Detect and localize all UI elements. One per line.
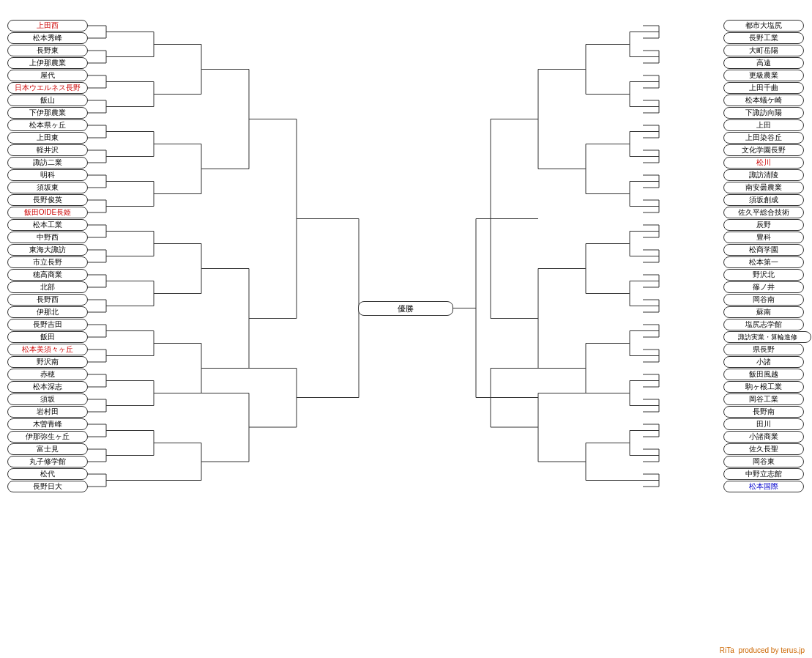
team-slot-r: 松川 [723, 157, 804, 169]
team-slot: 赤穂 [7, 369, 88, 380]
credit-rita: RiTa [720, 646, 734, 654]
team-slot-r: 松本第一 [723, 256, 804, 268]
credit: RiTa produced by terus.jp [720, 646, 805, 654]
team-slot-r: 長野南 [723, 406, 804, 418]
team-slot: 長野東 [7, 45, 88, 56]
team-slot: 市立長野 [7, 256, 88, 268]
team-slot: 中野西 [7, 232, 88, 243]
team-slot-r: 松本国際 [723, 481, 804, 492]
team-slot-r: 長野工業 [723, 32, 804, 44]
team-slot-r: 塩尻志学館 [723, 319, 804, 330]
team-slot: 飯田OIDE長姫 [7, 207, 88, 218]
team-slot: 上田東 [7, 132, 88, 144]
team-slot: 諏訪二業 [7, 157, 88, 169]
bracket-container: 上田西 松本秀峰 長野東 上伊那農業 屋代 日本ウエルネス長野 飯山 下伊那農業… [0, 0, 812, 658]
team-slot: 松本県ヶ丘 [7, 119, 88, 131]
team-slot-r: 佐久長聖 [723, 443, 804, 455]
team-slot-r: 県長野 [723, 344, 804, 355]
team-slot: 伊那弥生ヶ丘 [7, 431, 88, 443]
team-slot-r: 大町岳陽 [723, 45, 804, 56]
team-slot-r: 南安曇農業 [723, 182, 804, 193]
team-slot: 飯山 [7, 95, 88, 106]
credit-terus: produced by terus.jp [738, 646, 805, 654]
team-slot: 屋代 [7, 70, 88, 81]
team-slot: 松代 [7, 468, 88, 480]
team-slot-r: 小諸 [723, 356, 804, 368]
team-slot-r: 更級農業 [723, 70, 804, 81]
team-slot-r: 田川 [723, 418, 804, 430]
team-slot: 松本深志 [7, 381, 88, 393]
team-slot: 長野日大 [7, 481, 88, 492]
winner-slot: 優勝 [358, 301, 453, 316]
team-slot-r: 高遠 [723, 57, 804, 69]
team-slot-r: 豊科 [723, 232, 804, 243]
team-slot-r: 上田千曲 [723, 82, 804, 94]
team-slot-r: 飯田風越 [723, 369, 804, 380]
team-slot: 上伊那農業 [7, 57, 88, 69]
team-slot: 木曽青峰 [7, 418, 88, 430]
team-slot: 軽井沢 [7, 144, 88, 156]
team-slot-r: 佐久平総合技術 [723, 207, 804, 218]
team-slot-r: 諏訪実業・算輪進修 [723, 331, 811, 343]
team-slot: 野沢南 [7, 356, 88, 368]
team-slot-r: 松本蟻ケ崎 [723, 95, 804, 106]
team-slot: 松本工業 [7, 219, 88, 231]
team-slot-r: 篠ノ井 [723, 281, 804, 293]
team-slot-r: 松商学園 [723, 244, 804, 256]
team-slot-r: 駒ヶ根工業 [723, 381, 804, 393]
team-slot-r: 諏訪清陵 [723, 169, 804, 181]
team-slot: 須坂東 [7, 182, 88, 193]
team-slot: 飯田 [7, 331, 88, 343]
team-slot-r: 下諏訪向陽 [723, 107, 804, 119]
team-slot: 松本秀峰 [7, 32, 88, 44]
team-slot-r: 蘇南 [723, 306, 804, 318]
team-slot: 長野吉田 [7, 319, 88, 330]
team-slot: 松本美須々ヶ丘 [7, 344, 88, 355]
team-slot: 上田西 [7, 20, 88, 32]
team-slot-r: 文化学園長野 [723, 144, 804, 156]
team-slot: 丸子修学館 [7, 456, 88, 467]
team-slot-r: 中野立志館 [723, 468, 804, 480]
team-slot: 富士見 [7, 443, 88, 455]
team-slot-r: 上田染谷丘 [723, 132, 804, 144]
team-slot-r: 辰野 [723, 219, 804, 231]
team-slot: 伊那北 [7, 306, 88, 318]
team-slot-r: 須坂創成 [723, 194, 804, 206]
team-slot-r: 小諸商業 [723, 431, 804, 443]
team-slot: 長野西 [7, 294, 88, 306]
team-slot: 穂高商業 [7, 269, 88, 281]
team-slot-r: 岡谷南 [723, 294, 804, 306]
team-slot: 岩村田 [7, 406, 88, 418]
team-slot-r: 野沢北 [723, 269, 804, 281]
team-slot: 長野俊英 [7, 194, 88, 206]
team-slot: 日本ウエルネス長野 [7, 82, 88, 94]
team-slot: 下伊那農業 [7, 107, 88, 119]
team-slot-r: 上田 [723, 119, 804, 131]
team-slot: 東海大諏訪 [7, 244, 88, 256]
team-slot-r: 都市大塩尻 [723, 20, 804, 32]
team-slot: 須坂 [7, 393, 88, 405]
team-slot-r: 岡谷東 [723, 456, 804, 467]
team-slot: 北部 [7, 281, 88, 293]
team-slot: 明科 [7, 169, 88, 181]
team-slot-r: 岡谷工業 [723, 393, 804, 405]
